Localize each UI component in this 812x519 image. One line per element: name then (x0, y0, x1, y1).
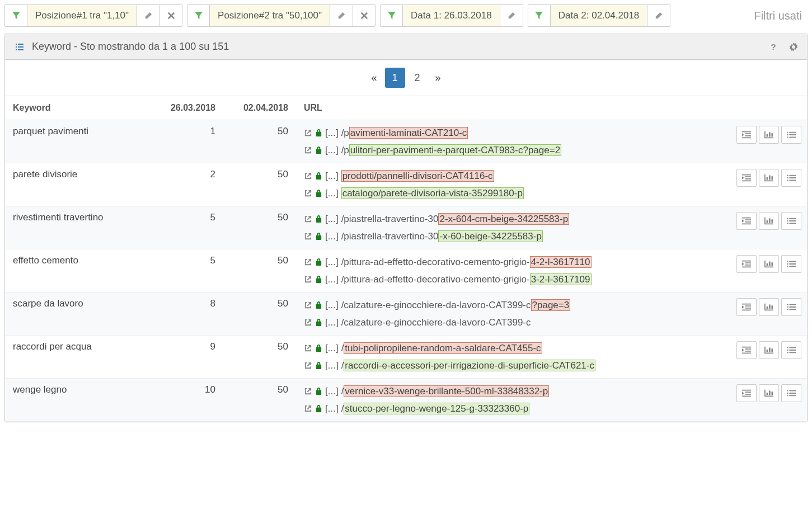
url-diff-red: avimenti-laminati-CAT210-c (349, 127, 468, 139)
url-path[interactable]: /pavimenti-laminati-CAT210-c (341, 126, 468, 140)
snippet-button[interactable] (736, 384, 757, 402)
url-prefix: [...] (325, 229, 339, 244)
url-row: [...]/pavimenti-laminati-CAT210-c (304, 126, 710, 140)
chart-button[interactable] (759, 298, 779, 316)
external-link-icon[interactable] (304, 189, 312, 197)
list-button[interactable] (781, 341, 801, 359)
cell-url: [...]/tubi-polipropilene-random-a-saldar… (296, 336, 717, 379)
external-link-icon[interactable] (304, 275, 312, 284)
url-path[interactable]: /tubi-polipropilene-random-a-saldare-CAT… (341, 341, 542, 356)
col-keyword[interactable]: Keyword (5, 96, 151, 120)
bar-chart-icon (764, 260, 773, 268)
cell-v1: 9 (151, 336, 223, 379)
col-date2[interactable]: 02.04.2018 (223, 96, 296, 120)
pencil-icon (337, 12, 345, 20)
external-link-icon[interactable] (304, 172, 312, 180)
external-link-icon[interactable] (304, 344, 312, 352)
chart-button[interactable] (759, 384, 779, 402)
chart-button[interactable] (759, 341, 779, 359)
list-button[interactable] (781, 126, 801, 144)
cell-v2: 50 (223, 292, 296, 336)
external-link-icon[interactable] (304, 258, 312, 266)
external-link-icon[interactable] (304, 129, 312, 137)
cell-actions (717, 292, 807, 336)
col-url[interactable]: URL (296, 96, 717, 120)
url-path[interactable]: /calzature-e-ginocchiere-da-lavoro-CAT39… (341, 298, 571, 313)
url-path[interactable]: /piastrella-travertino-30-x-60-beige-342… (341, 229, 543, 244)
cell-actions (717, 379, 807, 422)
bar-chart-icon (764, 303, 773, 311)
url-path[interactable]: /pulitori-per-pavimenti-e-parquet-CAT983… (341, 143, 561, 158)
external-link-icon[interactable] (304, 387, 312, 395)
url-path[interactable]: /stucco-per-legno-wenge-125-g-33323360-p (341, 402, 530, 416)
list-button[interactable] (781, 298, 801, 316)
list-button[interactable] (781, 384, 801, 402)
url-row: [...]/piastrella-travertino-302-x-604-cm… (304, 212, 710, 227)
help-icon[interactable] (769, 43, 778, 51)
chart-button[interactable] (759, 212, 779, 230)
url-prefix: [...] (325, 255, 339, 270)
snippet-button[interactable] (736, 298, 757, 316)
url-path[interactable]: catalogo/parete-divisoria-vista-35299180… (341, 186, 524, 201)
snippet-button[interactable] (736, 169, 757, 187)
edit-filter-button[interactable] (500, 5, 523, 26)
external-link-icon[interactable] (304, 232, 312, 240)
chart-button[interactable] (759, 126, 779, 144)
page-last-icon[interactable]: » (430, 69, 447, 87)
url-prefix: [...] (325, 341, 339, 356)
list-button[interactable] (781, 169, 801, 187)
page-first-icon[interactable]: « (365, 69, 382, 87)
url-path[interactable]: /pittura-ad-effetto-decorativo-cemento-g… (341, 255, 592, 270)
url-prefix: [...] (325, 402, 339, 416)
cell-actions (717, 120, 807, 163)
external-link-icon[interactable] (304, 215, 312, 223)
external-link-icon[interactable] (304, 404, 312, 413)
chart-button[interactable] (759, 255, 779, 273)
chart-button[interactable] (759, 169, 779, 187)
remove-filter-button[interactable] (353, 5, 375, 26)
settings-gear-icon[interactable] (789, 43, 798, 51)
external-link-icon[interactable] (304, 301, 312, 309)
remove-filter-button[interactable] (159, 5, 182, 26)
pencil-icon (144, 12, 152, 20)
indent-icon (742, 217, 751, 225)
snippet-button[interactable] (736, 341, 757, 359)
cell-v1: 8 (151, 292, 223, 336)
page-button[interactable]: 1 (385, 68, 405, 88)
edit-filter-button[interactable] (647, 5, 670, 26)
url-row: [...]/tubi-polipropilene-random-a-saldar… (304, 341, 710, 356)
lock-icon (315, 318, 322, 327)
table-row: parquet pavimenti150[...]/pavimenti-lami… (5, 120, 807, 163)
cell-keyword: raccordi per acqua (5, 336, 151, 379)
list-menu-icon (787, 217, 796, 225)
url-path[interactable]: /raccordi-e-accessori-per-irrigazione-di… (341, 358, 595, 373)
url-prefix: [...] (325, 169, 339, 183)
list-button[interactable] (781, 255, 801, 273)
edit-filter-button[interactable] (137, 5, 159, 26)
url-path[interactable]: /calzature-e-ginocchiere-da-lavoro-CAT39… (341, 315, 531, 330)
snippet-button[interactable] (736, 255, 757, 273)
url-path[interactable]: /pittura-ad-effetto-decorativo-cemento-g… (341, 272, 592, 287)
url-row: [...]/pittura-ad-effetto-decorativo-ceme… (304, 272, 710, 287)
url-path[interactable]: /piastrella-travertino-302-x-604-cm-beig… (341, 212, 570, 227)
cell-url: [...]/piastrella-travertino-302-x-604-cm… (296, 206, 717, 249)
external-link-icon[interactable] (304, 318, 312, 327)
snippet-button[interactable] (736, 126, 757, 144)
snippet-button[interactable] (736, 212, 757, 230)
cell-v2: 50 (223, 336, 296, 379)
external-link-icon[interactable] (304, 146, 312, 154)
edit-filter-button[interactable] (330, 5, 353, 26)
list-button[interactable] (781, 212, 801, 230)
col-date1[interactable]: 26.03.2018 (151, 96, 223, 120)
cell-url: [...]/pavimenti-laminati-CAT210-c[...]/p… (296, 120, 717, 163)
page-button[interactable]: 2 (407, 68, 428, 88)
url-row: [...]/pulitori-per-pavimenti-e-parquet-C… (304, 143, 710, 158)
filter-chip: Posizione#1 tra "1,10" (4, 4, 182, 27)
external-link-icon[interactable] (304, 361, 312, 370)
list-icon (14, 42, 24, 52)
table-row: raccordi per acqua950[...]/tubi-poliprop… (5, 336, 807, 379)
cell-v2: 50 (223, 206, 296, 249)
url-path[interactable]: prodotti/pannelli-divisori-CAT4116-c (341, 169, 494, 183)
url-path[interactable]: /vernice-v33-wenge-brillante-500-ml-3384… (341, 384, 550, 399)
indent-icon (742, 174, 751, 182)
